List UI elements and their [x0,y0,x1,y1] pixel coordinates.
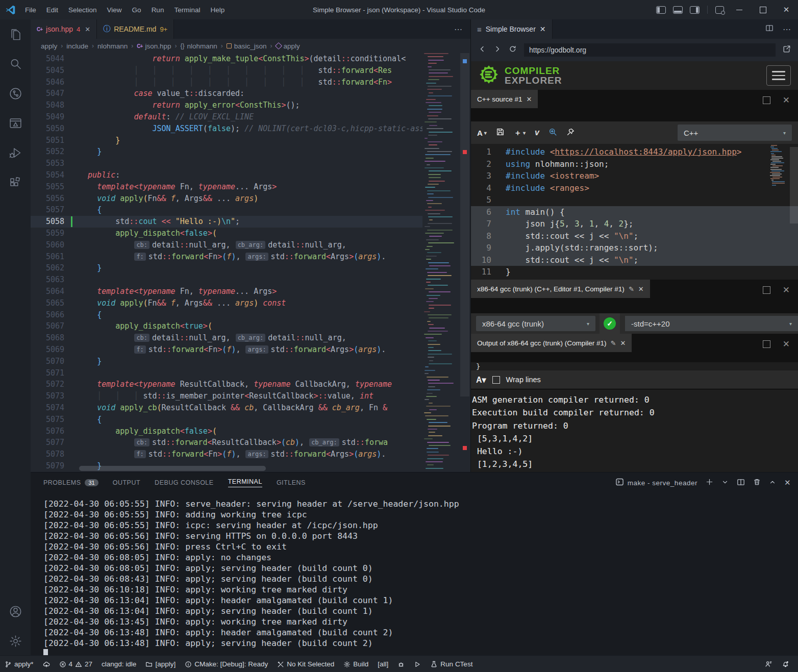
editor-tab-json.hpp[interactable]: C+json.hpp4✕ [31,19,97,39]
toggle-secondary-sidebar-icon[interactable] [690,6,700,14]
cmake-status[interactable]: CMake: [Debug]: Ready [180,656,272,672]
output-window-tab[interactable]: Output of x86-64 gcc (trunk) (Compiler #… [471,334,632,352]
font-size-button[interactable]: A▾ [477,129,487,137]
open-external-icon[interactable] [783,45,791,55]
ce-source-editor[interactable]: 1#include <https://localhost:8443/apply/… [471,144,798,280]
terminal-content[interactable]: [2022-04-30 06:05:55] INFO: serve_header… [31,493,798,659]
panel-tab-problems[interactable]: PROBLEMS31 [43,472,98,493]
menu-item-selection[interactable]: Selection [63,6,102,14]
zoom-icon[interactable] [548,128,557,138]
rename-icon[interactable]: ✎ [611,339,616,347]
breadcrumb[interactable]: apply›include›nlohmann›C+json.hpp›{}nloh… [31,39,470,53]
compiler-options-input[interactable]: -std=c++20▾ [625,316,798,331]
debug-button[interactable] [393,656,409,672]
menu-item-run[interactable]: Run [146,6,169,14]
rename-icon[interactable]: ✎ [629,285,634,293]
terminal-instance[interactable]: make - serve_header [615,478,697,488]
save-icon[interactable] [496,128,505,138]
tab-simple-browser[interactable]: ≡ Simple Browser ✕ [471,19,553,39]
vim-mode-icon[interactable]: v [535,128,539,137]
maximize-pane-icon[interactable] [763,286,770,294]
breadcrumb-item-apply[interactable]: apply [275,42,301,50]
compiler-select[interactable]: x86-64 gcc (trunk)▾ [476,316,595,331]
hamburger-menu-icon[interactable] [766,65,791,86]
customize-layout-icon[interactable] [715,6,724,14]
close-pane-icon[interactable]: ✕ [783,339,790,350]
close-pane-icon[interactable]: ✕ [783,285,790,295]
toggle-panel-icon[interactable] [673,6,683,14]
close-icon[interactable]: ✕ [638,285,644,293]
back-icon[interactable] [478,45,486,55]
panel-tab-debug-console[interactable]: DEBUG CONSOLE [155,472,214,493]
feedback-button[interactable] [760,656,777,672]
close-panel-icon[interactable]: ✕ [784,478,791,487]
split-terminal-icon[interactable] [737,478,745,488]
breadcrumb-item-basic_json[interactable]: basic_json [226,42,268,50]
active-folder[interactable]: [apply] [141,656,180,672]
panel-tab-gitlens[interactable]: GITLENS [277,472,306,493]
compiler-window-tab[interactable]: x86-64 gcc (trunk) (C++, Editor #1, Comp… [471,280,650,298]
panel-tab-terminal[interactable]: TERMINAL [228,472,262,493]
close-tab-icon[interactable]: ✕ [85,26,90,33]
maximize-pane-icon[interactable] [763,340,770,348]
reload-icon[interactable] [509,45,517,55]
maximize-pane-icon[interactable] [763,96,770,104]
breadcrumb-item-nlohmann[interactable]: nlohmann [96,42,129,50]
menu-item-terminal[interactable]: Terminal [169,6,205,14]
terminal-dropdown-icon[interactable] [721,479,729,487]
kill-terminal-icon[interactable] [753,478,761,487]
extensions-icon[interactable] [0,167,31,197]
build-target[interactable]: [all] [373,656,393,672]
url-input[interactable]: https://godbolt.org [524,43,776,57]
menu-item-view[interactable]: View [102,6,127,14]
source-control-icon[interactable] [0,79,31,108]
menu-item-go[interactable]: Go [127,6,146,14]
menu-item-help[interactable]: Help [205,6,230,14]
language-select[interactable]: C++▾ [678,125,792,141]
close-icon[interactable]: ✕ [527,95,532,103]
problems-status[interactable]: 427 [55,656,97,672]
notifications-bell[interactable] [777,656,794,672]
program-output[interactable]: ASM generation compiler returned: 0Execu… [471,389,798,472]
explorer-icon[interactable] [0,19,31,49]
close-pane-icon[interactable]: ✕ [783,95,790,106]
minimap[interactable] [422,53,459,472]
publish-changes[interactable] [38,656,55,672]
close-tab-icon[interactable]: ✕ [540,25,546,33]
kit-selector[interactable]: No Kit Selected [272,656,339,672]
code-editor[interactable]: 5044 return apply_make_tuple<ConstThis>(… [31,53,470,472]
close-window-button[interactable]: ✕ [775,0,798,19]
forward-icon[interactable] [493,45,502,55]
editor-actions-more-icon[interactable]: ⋯ [454,24,470,34]
ctest-button[interactable]: Run CTest [426,656,477,672]
new-terminal-icon[interactable] [706,478,713,487]
settings-gear-icon[interactable] [0,626,31,656]
add-pane-button[interactable]: ＋▾ [514,128,526,138]
breadcrumb-item-include[interactable]: include [65,42,89,50]
search-icon[interactable] [0,49,31,79]
menu-item-edit[interactable]: Edit [41,6,63,14]
source-window-tab[interactable]: C++ source #1 ✕ [471,90,538,108]
close-icon[interactable]: ✕ [620,339,626,347]
editor-vertical-scrollbar[interactable] [459,53,470,472]
build-button[interactable]: Build [339,656,373,672]
editor-horizontal-scrollbar[interactable] [79,466,266,471]
toggle-sidebar-icon[interactable] [656,6,666,14]
wrap-lines-checkbox[interactable] [492,376,500,384]
more-actions-icon[interactable]: ⋯ [783,24,791,34]
minimize-button[interactable] [728,0,751,19]
menu-item-file[interactable]: File [20,6,41,14]
run-and-debug-icon[interactable] [0,138,31,167]
launch-button[interactable] [409,656,426,672]
ce-scrollbar[interactable] [790,147,798,223]
breadcrumb-item-apply[interactable]: apply [40,42,58,50]
split-editor-icon[interactable] [765,24,774,34]
maximize-panel-icon[interactable] [769,479,776,487]
accounts-icon[interactable] [0,596,31,626]
maximize-button[interactable] [751,0,775,19]
breadcrumb-item-json-hpp[interactable]: C+json.hpp [136,42,172,50]
clangd-status[interactable]: clangd: idle [97,656,141,672]
live-preview-icon[interactable] [0,108,31,138]
font-size-button[interactable]: A▾ [476,375,486,385]
breadcrumb-item-nlohmann[interactable]: {}nlohmann [179,42,218,50]
